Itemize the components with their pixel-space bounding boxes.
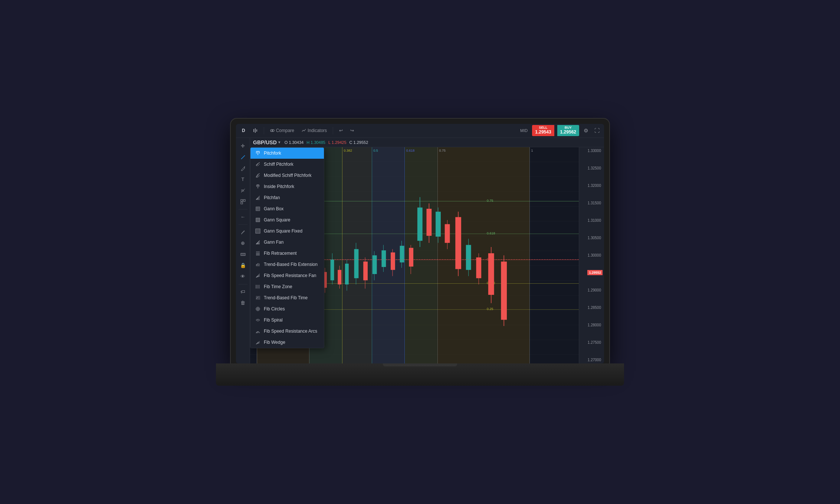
svg-rect-97 bbox=[256, 207, 260, 211]
redo-button[interactable]: ↪ bbox=[347, 126, 357, 135]
ohlc-low: L 1.29425 bbox=[328, 140, 347, 145]
svg-rect-102 bbox=[256, 218, 260, 222]
fib-circles-icon bbox=[255, 306, 261, 312]
svg-rect-64 bbox=[445, 224, 450, 243]
compare-icon bbox=[270, 128, 275, 133]
menu-item-schiff-pitchfork[interactable]: Schiff Pitchfork bbox=[250, 159, 324, 170]
svg-line-87 bbox=[257, 175, 260, 178]
inside-pitchfork-icon bbox=[255, 184, 261, 190]
buy-button[interactable]: BUY 1.29562 bbox=[557, 125, 579, 136]
measure-tool[interactable] bbox=[238, 249, 248, 260]
menu-item-modified-schiff[interactable]: Modified Schiff Pitchfork bbox=[250, 170, 324, 181]
menu-item-inside-pitchfork[interactable]: Inside Pitchfork bbox=[250, 181, 324, 192]
settings-button[interactable]: ⚙ bbox=[582, 126, 590, 135]
timeframe-d-button[interactable]: D bbox=[239, 126, 248, 135]
chart-canvas[interactable]: 0 0.25 0.382 0.5 0.6 bbox=[250, 147, 604, 363]
svg-rect-11 bbox=[243, 200, 245, 201]
svg-line-6 bbox=[244, 167, 245, 167]
tag-tool[interactable]: 🏷 bbox=[238, 287, 248, 297]
chart-area: GBP/USD ▾ O 1.30434 H 1.30485 L 1.294 bbox=[250, 138, 604, 363]
svg-rect-54 bbox=[400, 246, 404, 262]
back-tool[interactable]: ← bbox=[238, 212, 248, 222]
menu-item-fib-spiral[interactable]: Fib Spiral bbox=[250, 314, 324, 326]
modified-schiff-icon bbox=[255, 172, 261, 178]
svg-rect-12 bbox=[241, 202, 243, 204]
menu-item-trend-fib-time[interactable]: Trend-Based Fib Time bbox=[250, 292, 324, 303]
pitchfan-icon bbox=[255, 195, 261, 201]
svg-rect-68 bbox=[466, 245, 471, 270]
menu-item-gann-box[interactable]: Gann Box bbox=[250, 203, 324, 214]
fib-speed-arcs-icon bbox=[255, 328, 261, 334]
line-tool[interactable] bbox=[238, 152, 248, 162]
lock-tool[interactable]: 🔒 bbox=[238, 260, 248, 271]
menu-item-pitchfork[interactable]: Pitchfork bbox=[250, 148, 324, 159]
menu-item-gann-fan[interactable]: Gann Fan bbox=[250, 237, 324, 248]
svg-rect-0 bbox=[253, 129, 254, 132]
screen: D Compare bbox=[236, 124, 604, 363]
crosshair-tool[interactable]: ✛ bbox=[238, 141, 248, 151]
fibonacci-tool[interactable] bbox=[238, 185, 248, 196]
menu-item-trend-fib-ext[interactable]: Trend-Based Fib Extension bbox=[250, 259, 324, 270]
price-1.28000: 1.28000 bbox=[581, 323, 603, 327]
pitchfork-icon bbox=[255, 150, 261, 156]
menu-item-fib-time-zone[interactable]: Fib Time Zone bbox=[250, 281, 324, 292]
svg-rect-52 bbox=[391, 252, 395, 270]
trend-fib-ext-icon bbox=[255, 261, 261, 267]
price-1.27500: 1.27500 bbox=[581, 340, 603, 345]
svg-line-129 bbox=[258, 263, 260, 264]
trend-fib-time-icon bbox=[255, 295, 261, 301]
fib-speed-fan-icon bbox=[255, 273, 261, 279]
svg-line-7 bbox=[241, 189, 245, 192]
menu-item-gann-square[interactable]: Gann Square bbox=[250, 214, 324, 225]
pattern-tool[interactable] bbox=[238, 197, 248, 207]
trash-tool[interactable]: 🗑 bbox=[238, 298, 248, 308]
svg-rect-62 bbox=[436, 211, 441, 236]
menu-item-fib-circles[interactable]: Fib Circles bbox=[250, 303, 324, 314]
price-1.28500: 1.28500 bbox=[581, 306, 603, 310]
pencil-icon bbox=[240, 166, 246, 171]
tool-divider-2 bbox=[239, 224, 247, 225]
zoom-tool[interactable]: ⊕ bbox=[238, 238, 248, 248]
indicators-button[interactable]: Indicators bbox=[299, 126, 330, 135]
svg-line-83 bbox=[257, 164, 260, 166]
svg-rect-44 bbox=[354, 249, 359, 278]
menu-item-gann-square-fixed[interactable]: Gann Square Fixed bbox=[250, 225, 324, 237]
svg-rect-1 bbox=[255, 128, 256, 133]
eye-tool[interactable]: 👁 bbox=[238, 271, 248, 282]
undo-button[interactable]: ↩ bbox=[336, 126, 346, 135]
bar-type-button[interactable] bbox=[250, 126, 261, 135]
price-1.30000: 1.30000 bbox=[581, 253, 603, 257]
brush-tool[interactable] bbox=[238, 227, 248, 237]
fib-icon bbox=[240, 188, 246, 193]
drawing-tool-menu[interactable]: Pitchfork bbox=[250, 147, 324, 348]
menu-item-fib-speed-fan[interactable]: Fib Speed Resistance Fan bbox=[250, 270, 324, 281]
pencil-tool[interactable] bbox=[238, 163, 248, 174]
menu-item-fib-retracement[interactable]: Fib Retracement bbox=[250, 248, 324, 259]
left-toolbar: ✛ T bbox=[236, 138, 250, 363]
price-1.33000: 1.33000 bbox=[581, 149, 603, 153]
menu-item-fib-speed-arcs[interactable]: Fib Speed Resistance Arcs bbox=[250, 326, 324, 337]
ohlc-open: O 1.30434 bbox=[285, 140, 303, 145]
top-bar-right: MID SELL 1.29543 BUY 1.29562 ⚙ ⛶ bbox=[520, 125, 601, 136]
bar-icon bbox=[253, 128, 258, 133]
menu-item-pitchfan[interactable]: Pitchfan bbox=[250, 192, 324, 203]
ohlc-values: O 1.30434 H 1.30485 L 1.29425 C 1.29552 bbox=[285, 140, 368, 145]
sell-button[interactable]: SELL 1.29543 bbox=[532, 125, 554, 136]
fib-retracement-icon bbox=[255, 250, 261, 256]
gann-square-icon bbox=[255, 217, 261, 223]
svg-rect-50 bbox=[381, 250, 386, 267]
symbol: GBP/USD ▾ bbox=[253, 139, 280, 145]
separator bbox=[264, 127, 264, 134]
laptop-base bbox=[216, 363, 624, 386]
menu-item-fib-wedge[interactable]: Fib Wedge bbox=[250, 337, 324, 348]
top-bar: D Compare bbox=[236, 124, 604, 138]
measure-icon bbox=[240, 252, 246, 257]
price-1.32000: 1.32000 bbox=[581, 184, 603, 188]
price-1.32500: 1.32500 bbox=[581, 166, 603, 170]
price-scale: 1.33000 1.32500 1.32000 1.31500 1.31000 … bbox=[579, 147, 604, 363]
compare-button[interactable]: Compare bbox=[267, 126, 297, 135]
fullscreen-button[interactable]: ⛶ bbox=[593, 126, 601, 135]
text-tool[interactable]: T bbox=[238, 174, 248, 185]
price-1.31000: 1.31000 bbox=[581, 218, 603, 223]
indicators-icon bbox=[302, 128, 306, 133]
